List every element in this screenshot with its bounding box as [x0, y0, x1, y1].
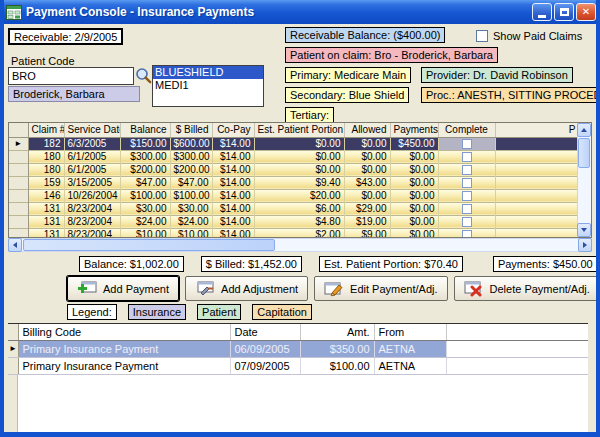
- complete-cell: [438, 202, 495, 215]
- add-adjustment-icon: [195, 281, 215, 297]
- date-cell: 07/09/2005: [230, 357, 300, 374]
- complete-checkbox[interactable]: [462, 217, 472, 227]
- procedure-tag: Proc.: ANESTH, SITTING PROCEDURE: [421, 87, 600, 103]
- complete-checkbox[interactable]: [462, 204, 472, 214]
- col-payments[interactable]: Payments: [390, 123, 438, 137]
- col-allowed[interactable]: Allowed: [344, 123, 390, 137]
- search-button[interactable]: [135, 67, 152, 84]
- claims-cell: 159: [28, 176, 64, 189]
- patient-code-input[interactable]: [8, 67, 134, 85]
- claims-cell: 6/1/2005: [64, 150, 120, 163]
- col-billed[interactable]: $ Billed: [170, 123, 212, 137]
- payments-header-selector: [8, 324, 18, 340]
- claims-row[interactable]: 1806/1/2005$200.00$200.00$14.00$0.00$0.0…: [9, 163, 579, 176]
- delete-payment-icon: [464, 281, 484, 297]
- claims-row[interactable]: 1318/23/2004$24.00$24.00$14.00$4.80$19.0…: [9, 215, 579, 228]
- patient-code-label: Patient Code: [11, 55, 75, 67]
- title-bar[interactable]: Payment Console - Insurance Payments ✕: [0, 0, 600, 24]
- add-payment-icon: [77, 281, 97, 297]
- complete-checkbox[interactable]: [462, 139, 472, 149]
- filler-cell: [446, 340, 588, 357]
- insurance-list-item[interactable]: BLUESHIELD: [153, 66, 263, 79]
- payment-console-window: Payment Console - Insurance Payments ✕ R…: [0, 0, 600, 437]
- claims-vertical-scrollbar[interactable]: [577, 123, 591, 237]
- scroll-down-button[interactable]: [577, 223, 591, 237]
- claims-cell: $43.00: [344, 176, 390, 189]
- claims-row[interactable]: 1593/15/2005$47.00$47.00$14.00$9.40$43.0…: [9, 176, 579, 189]
- primary-insurance-tag: Primary: Medicare Main: [285, 67, 411, 83]
- insurance-list-item[interactable]: MEDI1: [153, 79, 263, 92]
- col-claim-number[interactable]: Claim #: [28, 123, 64, 137]
- filler-cell: [495, 137, 579, 150]
- claims-cell: $100.00: [120, 189, 170, 202]
- claims-row[interactable]: 1318/23/2004$10.00$10.00$14.00$2.00$9.00…: [9, 228, 579, 238]
- filler-cell: [495, 202, 579, 215]
- payment-row[interactable]: ►Primary Insurance Payment06/09/2005$350…: [8, 340, 588, 357]
- maximize-button[interactable]: [554, 3, 574, 21]
- provider-tag: Provider: Dr. David Robinson: [421, 67, 573, 83]
- row-selector-cell: ►: [8, 340, 18, 357]
- col-billing-code[interactable]: Billing Code: [18, 324, 230, 340]
- col-amount[interactable]: Amt.: [300, 324, 374, 340]
- col-service-date[interactable]: Service Date: [64, 123, 120, 137]
- scroll-up-button[interactable]: [577, 123, 591, 137]
- show-paid-claims-checkbox[interactable]: [476, 30, 488, 42]
- add-adjustment-button[interactable]: Add Adjustment: [185, 276, 308, 301]
- claims-cell: $0.00: [254, 137, 344, 150]
- col-copay[interactable]: Co-Pay: [212, 123, 254, 137]
- claims-cell: $9.00: [344, 228, 390, 238]
- claims-row[interactable]: ►1826/3/2005$150.00$600.00$14.00$0.00$0.…: [9, 137, 579, 150]
- tertiary-insurance-tag: Tertiary:: [285, 107, 334, 123]
- claims-cell: $100.00: [170, 189, 212, 202]
- claims-cell: $200.00: [120, 163, 170, 176]
- col-date[interactable]: Date: [230, 324, 300, 340]
- row-selector-cell: [9, 176, 28, 189]
- minimize-button[interactable]: [532, 3, 552, 21]
- claims-cell: $0.00: [254, 150, 344, 163]
- legend-item-patient: Patient: [197, 304, 241, 320]
- claims-cell: $14.00: [212, 215, 254, 228]
- patient-on-claim-tag: Patient on claim: Bro - Broderick, Barba…: [285, 47, 498, 63]
- complete-checkbox[interactable]: [462, 165, 472, 175]
- scroll-left-button[interactable]: [8, 238, 22, 252]
- row-selector-cell: [9, 228, 28, 238]
- toolbar: Add Payment Add Adjustment Edit: [8, 276, 600, 301]
- complete-checkbox[interactable]: [462, 178, 472, 188]
- patient-name-box: Broderick, Barbara: [8, 86, 140, 102]
- col-complete[interactable]: Complete: [438, 123, 495, 137]
- col-from[interactable]: From: [374, 324, 446, 340]
- row-selector-cell: [9, 189, 28, 202]
- claims-row[interactable]: 14610/26/2004$100.00$100.00$14.00$20.00$…: [9, 189, 579, 202]
- scroll-right-button[interactable]: [578, 238, 592, 252]
- claims-cell: $19.00: [344, 215, 390, 228]
- complete-checkbox[interactable]: [462, 152, 472, 162]
- billing-code-cell: Primary Insurance Payment: [18, 357, 230, 374]
- claims-row[interactable]: 1806/1/2005$300.00$300.00$14.00$0.00$0.0…: [9, 150, 579, 163]
- complete-checkbox[interactable]: [462, 230, 472, 238]
- claims-cell: 146: [28, 189, 64, 202]
- filler-cell: [495, 150, 579, 163]
- claims-cell: 8/23/2004: [64, 202, 120, 215]
- complete-checkbox[interactable]: [462, 191, 472, 201]
- claims-cell: 131: [28, 228, 64, 238]
- complete-cell: [438, 176, 495, 189]
- claims-cell: $29.00: [344, 202, 390, 215]
- filler-cell: [495, 228, 579, 238]
- col-balance[interactable]: Balance: [120, 123, 170, 137]
- claims-horizontal-scrollbar[interactable]: [8, 238, 592, 252]
- horizontal-scroll-thumb[interactable]: [23, 239, 275, 251]
- edit-payment-button[interactable]: Edit Payment/Adj.: [314, 276, 447, 301]
- insurance-listbox[interactable]: BLUESHIELDMEDI1: [152, 65, 264, 107]
- add-payment-button[interactable]: Add Payment: [67, 276, 179, 301]
- claims-row[interactable]: 1318/23/2004$30.00$30.00$14.00$6.00$29.0…: [9, 202, 579, 215]
- col-est-patient[interactable]: Est. Patient Portion: [254, 123, 344, 137]
- claims-header-selector: [9, 123, 28, 137]
- filler-cell: [446, 357, 588, 374]
- delete-payment-button[interactable]: Delete Payment/Adj.: [454, 276, 600, 301]
- claims-cell: $0.00: [390, 215, 438, 228]
- vertical-scroll-thumb[interactable]: [578, 138, 590, 168]
- claims-cell: 180: [28, 163, 64, 176]
- close-button[interactable]: ✕: [576, 3, 596, 21]
- col-partial[interactable]: P: [495, 123, 579, 137]
- payment-row[interactable]: Primary Insurance Payment07/09/2005$100.…: [8, 357, 588, 374]
